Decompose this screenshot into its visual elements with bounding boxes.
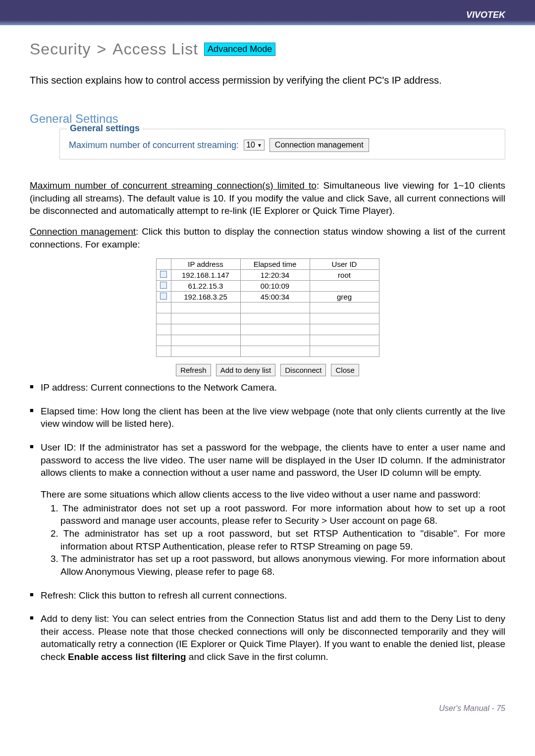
situation-3: 3. The administrator has set up a root p… bbox=[51, 553, 505, 578]
brand-text: VIVOTEK bbox=[466, 10, 505, 20]
situation-1: 1. The administrator does not set up a r… bbox=[51, 502, 505, 527]
table-row: 192.168.3.2545:00:34greg bbox=[156, 292, 379, 302]
cell-user: greg bbox=[310, 292, 379, 302]
situation-2: 2. The administrator has set up a root p… bbox=[51, 527, 505, 553]
breadcrumb: Security > Access List Advanced Mode bbox=[30, 40, 505, 58]
cell-ip: 61.22.15.3 bbox=[171, 281, 240, 292]
sit2-a: 2. The administrator has set up a root p… bbox=[51, 528, 313, 539]
close-button[interactable]: Close bbox=[331, 364, 359, 376]
connection-table-wrap: IP address Elapsed time User ID 192.168.… bbox=[30, 258, 505, 376]
max-connections-lead: Maximum number of concurrent streaming c… bbox=[30, 180, 317, 191]
max-streaming-select[interactable]: 10 ▼ bbox=[244, 140, 265, 151]
row-checkbox[interactable] bbox=[160, 282, 167, 289]
table-row-empty bbox=[156, 335, 379, 346]
max-streaming-value: 10 bbox=[246, 141, 255, 150]
bullet-elapsed-time: Elapsed time: How long the client has be… bbox=[30, 405, 505, 430]
advanced-mode-badge: Advanced Mode bbox=[204, 43, 275, 56]
cell-ip: 192.168.1.147 bbox=[171, 270, 240, 281]
bullet-ip-address: IP address: Current connections to the N… bbox=[30, 381, 505, 394]
header-user: User ID bbox=[310, 259, 379, 270]
bullet-add-to-deny: Add to deny list: You can select entries… bbox=[30, 612, 505, 663]
breadcrumb-access-list: Access List bbox=[112, 40, 198, 58]
rtsp-auth-term: RTSP Authentication bbox=[313, 528, 402, 539]
max-streaming-row: Maximum number of concurrent streaming: … bbox=[69, 138, 496, 152]
cell-elapsed: 12:20:34 bbox=[240, 270, 310, 281]
table-header-row: IP address Elapsed time User ID bbox=[156, 259, 379, 270]
sit3-b: , please refer to page 68. bbox=[170, 566, 274, 577]
chevron-down-icon: ▼ bbox=[257, 143, 262, 148]
userid-situations-list: 1. The administrator does not set up a r… bbox=[41, 502, 505, 578]
cell-user bbox=[310, 281, 379, 292]
cell-user: root bbox=[310, 270, 379, 281]
page-content: Security > Access List Advanced Mode Thi… bbox=[0, 25, 535, 694]
disconnect-button[interactable]: Disconnect bbox=[280, 364, 326, 376]
row-checkbox[interactable] bbox=[160, 293, 167, 300]
row-checkbox[interactable] bbox=[160, 271, 167, 278]
table-row-empty bbox=[156, 313, 379, 324]
table-row: 61.22.15.300:10:09 bbox=[156, 281, 379, 292]
add-to-deny-list-button[interactable]: Add to deny list bbox=[216, 364, 276, 376]
connection-table: IP address Elapsed time User ID 192.168.… bbox=[156, 258, 379, 357]
max-connections-paragraph: Maximum number of concurrent streaming c… bbox=[30, 179, 505, 217]
cell-ip: 192.168.3.25 bbox=[171, 292, 240, 302]
connection-management-button[interactable]: Connection management bbox=[269, 138, 369, 152]
table-row-empty bbox=[156, 346, 379, 357]
breadcrumb-security: Security bbox=[30, 40, 91, 58]
table-row-empty bbox=[156, 302, 379, 313]
connection-buttons-row: Refresh Add to deny list Disconnect Clos… bbox=[176, 364, 359, 376]
userid-situations-intro: There are some situations which allow cl… bbox=[41, 488, 505, 501]
cell-elapsed: 00:10:09 bbox=[240, 281, 310, 292]
bullet-user-id: User ID: If the administrator has set a … bbox=[30, 441, 505, 578]
table-row-empty bbox=[156, 324, 379, 335]
enable-access-list-bold: Enable access list filtering bbox=[68, 652, 186, 662]
table-row: 192.168.1.14712:20:34root bbox=[156, 270, 379, 281]
connection-management-paragraph: Connection management: Click this button… bbox=[30, 225, 505, 251]
allow-anon-term: Allow Anonymous Viewing bbox=[60, 566, 170, 577]
refresh-button[interactable]: Refresh bbox=[176, 364, 211, 376]
add-deny-b: and click Save in the first column. bbox=[186, 652, 328, 662]
bullet-user-id-main: User ID: If the administrator has set a … bbox=[41, 442, 505, 478]
page-header: VIVOTEK bbox=[0, 0, 535, 25]
cell-elapsed: 45:00:34 bbox=[240, 292, 310, 302]
footer-text: User's Manual - 75 bbox=[439, 704, 505, 712]
header-elapsed: Elapsed time bbox=[240, 259, 310, 270]
general-settings-fieldset: General settings Maximum number of concu… bbox=[59, 129, 505, 159]
header-ip: IP address bbox=[171, 259, 240, 270]
page-footer: User's Manual - 75 bbox=[0, 694, 535, 728]
max-streaming-label: Maximum number of concurrent streaming: bbox=[69, 140, 239, 151]
bullet-refresh: Refresh: Click this button to refresh al… bbox=[30, 589, 505, 602]
intro-text: This section explains how to control acc… bbox=[30, 73, 505, 87]
bullet-list: IP address: Current connections to the N… bbox=[30, 381, 505, 663]
connection-management-lead: Connection management bbox=[30, 226, 136, 237]
breadcrumb-separator: > bbox=[97, 40, 107, 58]
fieldset-legend: General settings bbox=[67, 123, 143, 134]
sit3-a: 3. The administrator has set up a root p… bbox=[51, 554, 505, 564]
header-checkbox-col bbox=[156, 259, 171, 270]
